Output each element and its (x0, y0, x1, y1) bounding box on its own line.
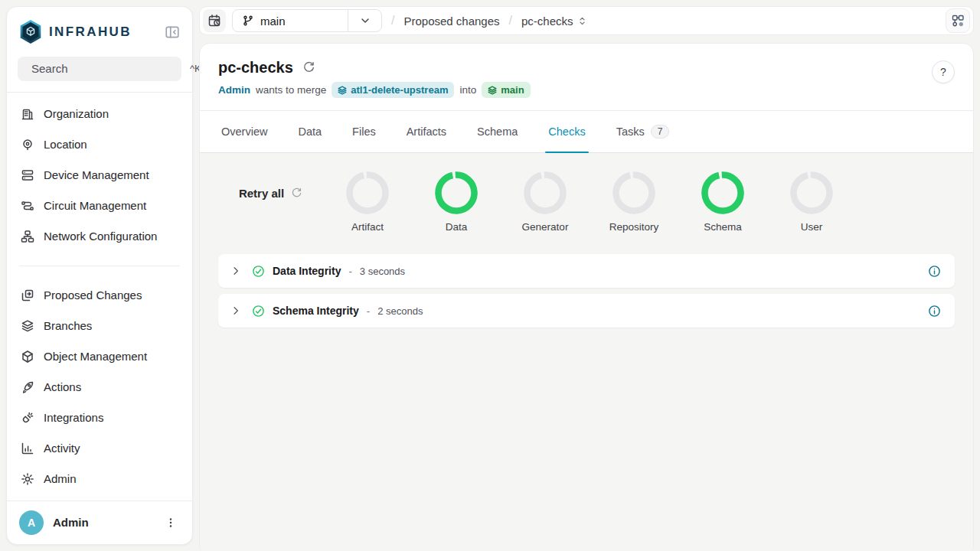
check-row-title: Schema Integrity (273, 305, 359, 317)
rocket-icon (21, 380, 34, 394)
check-category-donuts: Artifact Data Generator (323, 171, 856, 233)
layers-icon (488, 86, 497, 95)
check-info-button[interactable] (926, 303, 942, 319)
tab-label: Data (298, 126, 322, 138)
breadcrumb-pc-checks-selector[interactable]: pc-checks (521, 15, 588, 28)
branch-name: main (260, 15, 286, 28)
sidebar-item-integrations[interactable]: Integrations (13, 403, 186, 433)
sidebar-item-organization[interactable]: Organization (13, 99, 186, 129)
tab-artifacts[interactable]: Artifacts (407, 111, 446, 152)
donut-label: Generator (522, 221, 569, 233)
sidebar-item-label: Proposed Changes (44, 289, 142, 302)
sidebar: INFRAHUB ^K Organization Location (6, 6, 193, 545)
check-row-duration: 3 seconds (360, 266, 405, 277)
source-branch-badge[interactable]: atl1-delete-upstream (332, 82, 454, 98)
schema-visualizer-button[interactable] (946, 8, 970, 33)
tab-checks[interactable]: Checks (548, 111, 585, 152)
checks-panel: Retry all Artifact Data (200, 153, 973, 551)
donut-label: Schema (704, 221, 742, 233)
sidebar-item-proposed-changes[interactable]: Proposed Changes (13, 280, 186, 311)
time-travel-button[interactable] (203, 9, 226, 32)
tabs: Overview Data Files Artifacts Schema Che… (200, 110, 973, 153)
check-row-data-integrity[interactable]: Data Integrity - 3 seconds (218, 254, 955, 288)
sidebar-item-circuit-management[interactable]: Circuit Management (13, 191, 186, 221)
progress-ring-icon (524, 171, 567, 214)
check-row-separator: - (367, 305, 370, 317)
sidebar-item-location[interactable]: Location (13, 129, 186, 160)
network-icon (21, 230, 34, 243)
kebab-menu-icon (165, 517, 177, 529)
sidebar-item-branches[interactable]: Branches (13, 311, 186, 341)
tab-data[interactable]: Data (298, 111, 322, 152)
check-donut-user[interactable]: User (767, 171, 856, 233)
donut-label: Data (446, 221, 468, 233)
layers-icon (338, 86, 347, 95)
sidebar-item-label: Branches (44, 319, 92, 332)
author-name: Admin (218, 84, 250, 96)
sidebar-item-actions[interactable]: Actions (13, 372, 186, 403)
tab-overview[interactable]: Overview (221, 111, 267, 152)
refresh-button[interactable] (301, 60, 317, 76)
brand-name: INFRAHUB (49, 24, 156, 40)
cube-icon (21, 350, 34, 364)
target-branch-badge[interactable]: main (482, 82, 530, 98)
chevron-right-icon (230, 305, 241, 316)
tab-label: Overview (221, 126, 267, 138)
check-donut-generator[interactable]: Generator (501, 171, 590, 233)
tab-tasks[interactable]: Tasks 7 (616, 111, 670, 152)
retry-all-label: Retry all (239, 187, 284, 200)
check-donut-data[interactable]: Data (412, 171, 501, 233)
check-circle-icon (252, 265, 265, 278)
check-donut-schema[interactable]: Schema (678, 171, 767, 233)
retry-all-button[interactable]: Retry all (239, 187, 302, 200)
check-donut-artifact[interactable]: Artifact (323, 171, 412, 233)
branch-selector[interactable]: main (232, 9, 382, 32)
up-down-chevrons-icon (577, 15, 588, 27)
tab-schema[interactable]: Schema (477, 111, 518, 152)
chevron-right-icon (230, 266, 241, 276)
tasks-count-badge: 7 (651, 125, 670, 139)
gear-icon (21, 472, 34, 486)
logo-row: INFRAHUB (7, 7, 192, 54)
sidebar-item-label: Activity (44, 442, 80, 455)
layers-icon (21, 319, 34, 333)
branch-selector-caret[interactable] (348, 10, 381, 31)
proposed-change-header: pc-checks Admin wants to merge atl1-dele… (200, 44, 973, 110)
tab-label: Artifacts (407, 126, 446, 138)
sidebar-item-activity[interactable]: Activity (13, 433, 186, 464)
nav-primary: Organization Location Device Management … (7, 93, 192, 258)
donut-label: User (801, 221, 823, 233)
search-input[interactable] (31, 62, 184, 75)
tab-label: Checks (548, 126, 585, 138)
sidebar-item-device-management[interactable]: Device Management (13, 160, 186, 191)
sidebar-item-network-configuration[interactable]: Network Configuration (13, 221, 186, 252)
progress-ring-icon (612, 171, 655, 214)
topbar: main / Proposed changes / pc-checks (199, 6, 974, 35)
refresh-icon (302, 61, 315, 74)
progress-ring-icon (790, 171, 833, 214)
branch-selector-value[interactable]: main (233, 10, 348, 31)
progress-ring-icon (435, 171, 478, 214)
tab-label: Tasks (616, 126, 645, 138)
merge-summary: Admin wants to merge atl1-delete-upstrea… (218, 82, 955, 98)
breadcrumb-separator: / (388, 14, 397, 28)
sidebar-item-object-management[interactable]: Object Management (13, 341, 186, 372)
sidebar-collapse-button[interactable] (163, 23, 181, 41)
user-menu-button[interactable] (162, 514, 180, 532)
progress-ring-icon (701, 171, 744, 214)
search-box[interactable]: ^K (18, 57, 181, 81)
tab-label: Files (352, 126, 376, 138)
refresh-icon (291, 187, 302, 199)
tab-files[interactable]: Files (352, 111, 376, 152)
breadcrumb-proposed-changes[interactable]: Proposed changes (403, 15, 499, 28)
check-donut-repository[interactable]: Repository (590, 171, 678, 233)
help-button[interactable]: ? (932, 60, 955, 83)
workflow-icon (951, 14, 965, 28)
info-icon (928, 305, 941, 318)
git-branch-icon (242, 15, 254, 27)
check-row-schema-integrity[interactable]: Schema Integrity - 2 seconds (218, 294, 955, 328)
user-name: Admin (53, 516, 152, 529)
check-circle-icon (252, 305, 265, 318)
sidebar-item-admin[interactable]: Admin (13, 464, 186, 494)
check-info-button[interactable] (926, 263, 942, 279)
